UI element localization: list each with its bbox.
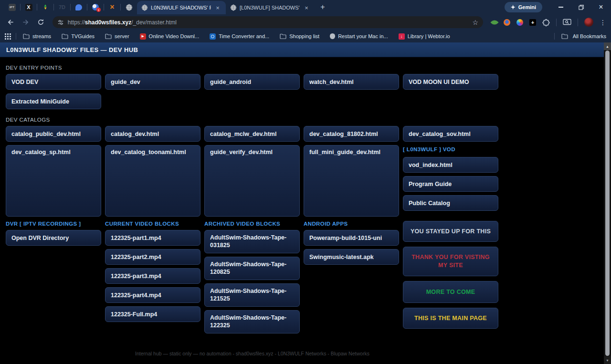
- pinned-tabs: IPT X ▲▼ 7D 1 ×: [0, 0, 137, 14]
- profile-avatar[interactable]: [584, 18, 593, 27]
- forward-button[interactable]: [20, 16, 32, 29]
- link-dev-catalog-toonami[interactable]: dev_catalog_toonami.html: [105, 145, 200, 217]
- leaf-extension-icon[interactable]: [491, 18, 499, 26]
- bookmark-webtor[interactable]: ↓ Library | Webtor.io: [399, 33, 450, 40]
- chat-bubble-icon: [75, 4, 82, 10]
- all-bookmarks-label: All Bookmarks: [573, 33, 606, 39]
- link-122325-full[interactable]: 122325-Full.mp4: [105, 306, 200, 322]
- market-arrows-icon: ▲▼: [43, 4, 47, 10]
- link-tape-121525[interactable]: AdultSwim-Shadows-Tape-121525: [204, 283, 300, 307]
- pinned-tab-badged[interactable]: 1: [87, 0, 104, 14]
- divider: [554, 33, 555, 40]
- bookmarks-bar: streams TVGuides server ▶ Online Video D…: [0, 30, 611, 42]
- entry-points-row: VOD DEV guide_dev guide_android watch_de…: [6, 74, 499, 109]
- pinned-tab-7d[interactable]: 7D: [54, 0, 70, 14]
- close-icon[interactable]: ×: [303, 4, 310, 11]
- link-tape-122325[interactable]: AdultSwim-Shadows-Tape-122325: [204, 310, 300, 333]
- link-vod-index[interactable]: vod_index.html: [403, 157, 498, 173]
- link-122325-part1[interactable]: 122325-part1.mp4: [105, 230, 200, 246]
- new-tab-button[interactable]: +: [316, 1, 329, 13]
- menu-kebab-icon[interactable]: ⋮: [600, 19, 606, 26]
- bookmark-time-converter[interactable]: Time Converter and...: [210, 33, 269, 40]
- bookmark-restart-mac[interactable]: Restart your Mac in...: [330, 33, 388, 39]
- link-dev-catalog-sov[interactable]: dev_catalog_sov.html: [403, 126, 498, 142]
- scrollbar[interactable]: ▲ ▼: [604, 42, 611, 364]
- button-you-stayed-up[interactable]: YOU STAYED UP FOR THIS: [403, 221, 498, 242]
- pinned-tab-orange-x[interactable]: ×: [104, 0, 120, 14]
- button-thank-you[interactable]: THANK YOU FOR VISTING MY SITE: [403, 247, 498, 276]
- apps-grid-button[interactable]: [5, 33, 11, 40]
- url-domain: shad0wsfiles.xyz: [85, 19, 131, 26]
- apps-grid-icon: [5, 33, 11, 40]
- bookmark-label: server: [115, 33, 129, 39]
- link-guide-dev[interactable]: guide_dev: [105, 74, 200, 90]
- link-dev-catalog-sp[interactable]: dev_catalog_sp.html: [6, 145, 101, 217]
- link-full-mini-guide-dev[interactable]: full_mini_guide_dev.html: [304, 145, 399, 217]
- bookmark-shopping-list[interactable]: Shopping list: [280, 33, 319, 39]
- link-dev-catalog-81802[interactable]: dev_catalog_81802.html: [304, 126, 399, 142]
- scrollbar-thumb[interactable]: [605, 51, 610, 356]
- link-public-catalog[interactable]: Public Catalog: [403, 195, 498, 211]
- button-main-page[interactable]: THIS IS THE MAIN PAGE: [403, 308, 498, 329]
- close-icon[interactable]: ×: [214, 4, 221, 11]
- screen-search-icon[interactable]: [563, 19, 571, 26]
- link-extracted-miniguide[interactable]: Extracted MiniGuide: [6, 94, 101, 109]
- globe-icon: [126, 4, 133, 11]
- link-catalog-dev[interactable]: catalog_dev.html: [105, 126, 200, 142]
- scroll-up-icon[interactable]: ▲: [604, 42, 611, 50]
- reload-button[interactable]: [35, 16, 47, 29]
- link-tape-120825[interactable]: AdultSwim-Shadows-Tape-120825: [204, 257, 300, 280]
- pinned-tab-market[interactable]: ▲▼: [37, 0, 53, 14]
- section-label-dvr: DVR [ IPTV RECORDINGS ]: [6, 221, 101, 227]
- bookmark-streams[interactable]: streams: [23, 33, 51, 39]
- close-icon: ×: [599, 3, 603, 11]
- link-poweramp-build[interactable]: Poweramp-build-1015-uni: [304, 230, 399, 246]
- bookmark-server[interactable]: server: [105, 33, 129, 39]
- page-content: DEV ENTRY POINTS VOD DEV guide_dev guide…: [6, 65, 499, 356]
- link-vod-dev[interactable]: VOD DEV: [6, 74, 101, 90]
- link-guide-verify-dev[interactable]: guide_verify_dev.html: [204, 145, 300, 217]
- pinned-tab-globe[interactable]: [121, 0, 137, 14]
- link-guide-android[interactable]: guide_android: [204, 74, 300, 90]
- bookmark-label: Time Converter and...: [219, 33, 269, 39]
- link-open-dvr-directory[interactable]: Open DVR Directory: [6, 230, 101, 246]
- section-label-entry-points: DEV ENTRY POINTS: [6, 65, 499, 71]
- folder-icon: [23, 33, 30, 39]
- color-wheel-extension-icon[interactable]: [516, 19, 523, 26]
- plus-extension-icon[interactable]: +: [529, 19, 536, 26]
- link-watch-dev[interactable]: watch_dev.html: [304, 74, 399, 90]
- bookmark-online-video[interactable]: ▶ Online Video Downl...: [140, 33, 200, 40]
- tab-active[interactable]: L0N3WULF SHADOWS' FILES — ×: [137, 1, 226, 14]
- link-tape-031825[interactable]: AdultSwim-Shadows-Tape-031825: [204, 230, 300, 253]
- link-catalog-public-dev[interactable]: catalog_public_dev.html: [6, 126, 101, 142]
- extensions-puzzle-icon[interactable]: [542, 19, 550, 26]
- link-swingmusic-apk[interactable]: Swingmusic-latest.apk: [304, 249, 399, 265]
- link-catalog-mclw-dev[interactable]: catalog_mclw_dev.html: [204, 126, 300, 142]
- close-window-button[interactable]: ×: [591, 0, 611, 14]
- pinned-tab-chat[interactable]: [71, 0, 87, 14]
- bookmark-tvguides[interactable]: TVGuides: [62, 33, 95, 39]
- button-more-to-come[interactable]: MORE TO COME: [403, 281, 498, 303]
- pin-extension-icon[interactable]: [504, 19, 510, 26]
- address-bar[interactable]: https://shad0wsfiles.xyz/_dev/master.htm…: [53, 16, 483, 28]
- gemini-button[interactable]: Gemini: [505, 2, 542, 12]
- link-122325-part2[interactable]: 122325-part2.mp4: [105, 249, 200, 265]
- tab-inactive[interactable]: [L0N3WULF] SHADOWS' FILES ×: [226, 1, 315, 14]
- reload-icon: [37, 19, 44, 26]
- folder-icon: [280, 33, 286, 39]
- pinned-tab-iptv[interactable]: IPT: [4, 0, 20, 14]
- scroll-down-icon[interactable]: ▼: [604, 356, 611, 364]
- minimize-button[interactable]: [551, 0, 571, 14]
- restore-button[interactable]: [571, 0, 591, 14]
- pinned-tab-x[interactable]: X: [21, 0, 37, 14]
- all-bookmarks-button[interactable]: All Bookmarks: [554, 33, 606, 40]
- back-button[interactable]: [5, 16, 17, 29]
- link-program-guide[interactable]: Program Guide: [403, 176, 498, 192]
- link-vod-moon-ui-demo[interactable]: VOD MOON UI DEMO: [403, 74, 498, 90]
- link-122325-part3[interactable]: 122325-part3.mp4: [105, 268, 200, 284]
- site-info-icon[interactable]: [57, 19, 64, 26]
- page-header: L0N3WULF SHADOWS' FILES — DEV HUB: [0, 42, 611, 57]
- link-122325-part4[interactable]: 122325-part4.mp4: [105, 287, 200, 303]
- gemini-spark-icon: [511, 5, 516, 10]
- bookmark-star-icon[interactable]: ☆: [472, 19, 478, 26]
